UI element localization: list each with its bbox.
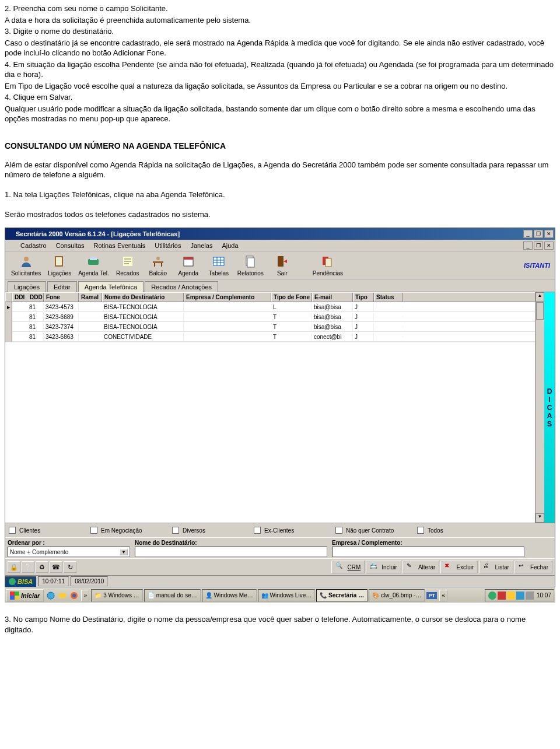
tray-icon[interactable]	[507, 592, 515, 600]
tb-sair[interactable]: Sair	[267, 253, 298, 278]
menu-utilitarios[interactable]: Utilitários	[150, 241, 186, 250]
table-row[interactable]: ▸813423-4573BISA-TECNOLOGIALbisa@bisaJ	[5, 302, 535, 312]
alterar-button[interactable]: ✎Alterar	[402, 561, 439, 573]
column-header[interactable]: DDI	[12, 293, 27, 302]
mdi-minimize-button[interactable]: _	[523, 242, 533, 250]
refresh-button[interactable]: ↻	[64, 561, 76, 573]
column-header[interactable]: Status	[374, 293, 403, 302]
phone-button[interactable]: ☎	[50, 561, 62, 573]
ordenar-label: Ordenar por :	[8, 539, 130, 547]
column-header[interactable]: Tipo	[353, 293, 374, 302]
taskbar-item-active[interactable]: 📞 Secretária …	[316, 589, 368, 602]
close-button[interactable]: ✕	[544, 230, 554, 238]
tb-solicitantes[interactable]: Solicitantes	[8, 253, 44, 278]
tb-recados[interactable]: Recados	[113, 253, 143, 278]
tab-recados[interactable]: Recados / Anotações	[145, 281, 218, 292]
doc-line: Caso o destinatário já se encontre cadas…	[5, 38, 555, 58]
tb-relatorios[interactable]: Relatorios	[234, 253, 267, 278]
tray-icon[interactable]	[516, 592, 524, 600]
start-button[interactable]: Iniciar	[6, 589, 44, 602]
menu-ajuda[interactable]: Ajuda	[217, 241, 243, 250]
tray-icon[interactable]	[498, 592, 506, 600]
menu-rotinas[interactable]: Rotinas Eventuais	[89, 241, 150, 250]
tab-editar[interactable]: Editar	[47, 281, 77, 292]
tb-tabelas[interactable]: Tabelas	[204, 253, 234, 278]
filter-check[interactable]: Todos	[417, 526, 499, 535]
column-header[interactable]: Nome do Destinatário	[102, 293, 184, 302]
taskbar-item[interactable]: 👤 Windows Me…	[202, 589, 257, 602]
filter-check[interactable]: Diversos	[172, 526, 254, 535]
column-header[interactable]: Fone	[44, 293, 79, 302]
help-button[interactable]: ❔	[22, 561, 34, 573]
empresa-input[interactable]	[332, 547, 524, 557]
menu-cadastro[interactable]: Cadastro	[16, 241, 51, 250]
column-header[interactable]: DDD	[27, 293, 44, 302]
doc-line: Qualquer usuário pode modificar a situaç…	[5, 104, 555, 124]
svg-rect-6	[153, 261, 163, 263]
taskbar-item[interactable]: 🎨 clw_06.bmp -…	[369, 589, 425, 602]
fechar-button[interactable]: ↩Fechar	[514, 561, 552, 573]
table-row[interactable]: 813423-6863CONECTIVIDADETconect@biJ	[5, 332, 535, 342]
incluir-button[interactable]: 📇Incluir	[366, 561, 401, 573]
cell-tipo: J	[353, 323, 374, 331]
crm-button[interactable]: 🔍CRM	[331, 561, 365, 573]
tray-icon[interactable]	[488, 592, 496, 600]
nome-label: Nome do Destinatário:	[135, 539, 327, 547]
scroll-up-icon[interactable]: ▲	[536, 292, 544, 302]
nome-input[interactable]	[135, 547, 327, 557]
dicas-panel[interactable]: DICAS	[544, 292, 555, 523]
filter-check[interactable]: Ex-Clientes	[254, 526, 335, 535]
firefox-icon[interactable]	[69, 590, 79, 601]
tray-icon[interactable]	[526, 592, 534, 600]
column-header[interactable]: Tipo de Fone	[271, 293, 312, 302]
tb-ligacoes[interactable]: Ligações	[44, 253, 75, 278]
taskbar-item[interactable]: 📄 manual do se…	[144, 589, 201, 602]
minimize-button[interactable]: _	[523, 230, 533, 238]
table-row[interactable]: 813423-7374BISA-TECNOLOGIATbisa@bisaJ	[5, 322, 535, 332]
row-handle[interactable]	[5, 332, 12, 342]
toolbar: Solicitantes Ligações Agenda Tel. Recado…	[5, 251, 555, 279]
filter-check[interactable]: Não quer Contrato	[335, 526, 417, 535]
doc-line: 3. No campo Nome do Destinatário, digite…	[5, 614, 555, 635]
scroll-thumb[interactable]	[536, 302, 544, 320]
data-grid[interactable]: DDIDDDFoneRamalNome do DestinatárioEmpre…	[5, 292, 535, 523]
menu-consultas[interactable]: Consultas	[51, 241, 89, 250]
lock-button[interactable]: 🔒	[8, 561, 20, 573]
system-tray: 10:07	[485, 589, 554, 602]
row-handle[interactable]	[5, 312, 12, 322]
mdi-close-button[interactable]: ✕	[544, 242, 554, 250]
language-indicator[interactable]: PT	[426, 592, 437, 599]
tb-agenda[interactable]: Agenda	[173, 253, 204, 278]
tab-ligacoes[interactable]: Ligações	[8, 281, 46, 292]
tb-balcao[interactable]: Balcão	[143, 253, 173, 278]
scrollbar[interactable]: ▲ ▼	[535, 292, 544, 523]
ordenar-select[interactable]: Nome + Complemento ▼	[8, 547, 130, 557]
cell-tipofone: T	[271, 313, 312, 321]
checkbox-icon	[9, 527, 16, 534]
delete-button[interactable]: ♻	[36, 561, 48, 573]
taskbar-item[interactable]: 👥 Windows Live…	[258, 589, 315, 602]
table-row[interactable]: 813423-6689BISA-TECNOLOGIATbisa@bisaJ	[5, 312, 535, 322]
excluir-button[interactable]: ✖Excluir	[440, 561, 478, 573]
ie-icon[interactable]	[46, 590, 56, 601]
tab-agenda-telefonica[interactable]: Agenda Telefônica	[78, 281, 144, 292]
scroll-down-icon[interactable]: ▼	[536, 513, 544, 523]
listar-button[interactable]: 🖨Listar	[479, 561, 513, 573]
tb-agenda-tel[interactable]: Agenda Tel.	[75, 253, 113, 278]
filter-check[interactable]: Em Negociação	[90, 526, 172, 535]
column-header[interactable]: E-mail	[312, 293, 353, 302]
menu-janelas[interactable]: Janelas	[186, 241, 217, 250]
row-handle[interactable]	[5, 322, 12, 332]
tb-pendencias[interactable]: Pendências	[309, 253, 346, 278]
column-header[interactable]: Ramal	[79, 293, 102, 302]
maximize-button[interactable]: ❐	[534, 230, 543, 238]
outlook-icon[interactable]	[57, 590, 68, 601]
mdi-maximize-button[interactable]: ❐	[534, 242, 543, 250]
filter-check[interactable]: Clientes	[9, 526, 90, 535]
row-handle[interactable]: ▸	[5, 302, 12, 312]
add-icon: 📇	[370, 562, 379, 572]
taskbar-item[interactable]: 📁 3 Windows …	[91, 589, 142, 602]
column-header[interactable]: Empresa / Complemento	[184, 293, 271, 302]
quicklaunch-more[interactable]: »	[81, 590, 89, 601]
tray-more[interactable]: «	[439, 590, 447, 601]
